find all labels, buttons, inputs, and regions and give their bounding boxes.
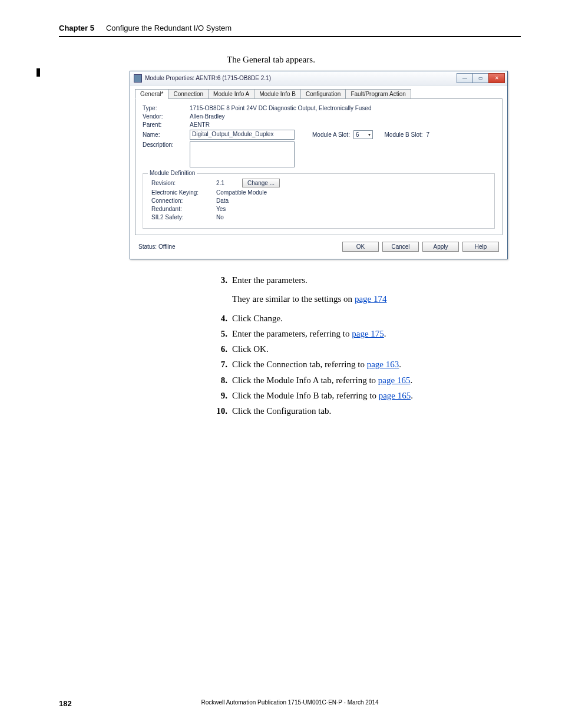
page-number: 182 bbox=[59, 699, 72, 708]
general-pane: Type: 1715-OB8DE 8 Point 24V DC Diagnost… bbox=[135, 98, 503, 235]
close-button[interactable]: ✕ bbox=[488, 73, 505, 83]
sil2-label: SIL2 Safety: bbox=[151, 214, 216, 220]
help-button[interactable]: Help bbox=[462, 242, 499, 252]
description-label: Description: bbox=[143, 141, 190, 148]
redundant-value: Yes bbox=[216, 206, 226, 212]
tab-general[interactable]: General* bbox=[135, 89, 168, 99]
step-10: 10. Click the Configuration tab. bbox=[212, 403, 521, 419]
description-textarea[interactable] bbox=[190, 141, 295, 167]
tab-fault-program-action[interactable]: Fault/Program Action bbox=[345, 89, 411, 99]
revision-value: 2.1 bbox=[216, 180, 224, 186]
module-b-slot-label: Module B Slot: bbox=[385, 131, 423, 138]
step-number: 4. bbox=[212, 311, 227, 326]
apply-button[interactable]: Apply bbox=[422, 242, 459, 252]
dialog-title-text: Module Properties: AENTR:6 (1715-OB8DE 2… bbox=[145, 75, 271, 81]
step-3-subtext: They are similar to the settings on page… bbox=[232, 291, 521, 307]
link-page-174[interactable]: page 174 bbox=[355, 294, 387, 304]
step-number: 3. bbox=[212, 272, 227, 288]
step-number: 7. bbox=[212, 357, 227, 372]
step-8: 8. Click the Module Info A tab, referrin… bbox=[212, 373, 521, 388]
change-button[interactable]: Change ... bbox=[242, 179, 280, 187]
page-header: Chapter 5 Configure the Redundant I/O Sy… bbox=[59, 24, 521, 37]
type-value: 1715-OB8DE 8 Point 24V DC Diagnostic Out… bbox=[190, 105, 372, 111]
dialog-title-bar[interactable]: Module Properties: AENTR:6 (1715-OB8DE 2… bbox=[130, 71, 507, 85]
app-icon bbox=[134, 74, 142, 83]
module-a-slot-select[interactable]: 6 bbox=[353, 130, 373, 139]
connection-label: Connection: bbox=[151, 197, 216, 204]
vendor-label: Vendor: bbox=[143, 113, 190, 120]
window-controls: — ▭ ✕ bbox=[457, 73, 505, 83]
page-footer: 182 Rockwell Automation Publication 1715… bbox=[59, 699, 521, 708]
vendor-value: Allen-Bradley bbox=[190, 113, 224, 120]
step-number: 5. bbox=[212, 326, 227, 341]
module-definition-legend: Module Definition bbox=[148, 170, 197, 176]
publication-info: Rockwell Automation Publication 1715-UM0… bbox=[201, 699, 378, 706]
step-6: 6. Click OK. bbox=[212, 341, 521, 357]
tab-module-info-a[interactable]: Module Info A bbox=[208, 89, 254, 99]
chapter-title: Configure the Redundant I/O System bbox=[106, 24, 232, 32]
cancel-button[interactable]: Cancel bbox=[382, 242, 419, 252]
step-5: 5. Enter the parameters, referring to pa… bbox=[212, 326, 521, 341]
status-label: Status: Offline bbox=[138, 243, 176, 250]
keying-label: Electronic Keying: bbox=[151, 189, 216, 196]
step-number: 10. bbox=[212, 403, 227, 419]
module-definition-group: Module Definition Revision: 2.1 Change .… bbox=[143, 173, 495, 229]
connection-value: Data bbox=[216, 197, 229, 204]
chapter-label: Chapter 5 bbox=[59, 24, 94, 32]
parent-label: Parent: bbox=[143, 121, 190, 128]
type-label: Type: bbox=[143, 105, 190, 111]
redundant-label: Redundant: bbox=[151, 206, 216, 212]
change-bar-marker bbox=[37, 68, 40, 77]
ok-button[interactable]: OK bbox=[342, 242, 379, 252]
name-label: Name: bbox=[143, 131, 190, 138]
figure-caption: The General tab appears. bbox=[227, 55, 521, 65]
link-page-163[interactable]: page 163 bbox=[367, 360, 399, 369]
module-properties-dialog: Module Properties: AENTR:6 (1715-OB8DE 2… bbox=[130, 71, 508, 259]
step-4: 4. Click Change. bbox=[212, 311, 521, 326]
step-9: 9. Click the Module Info B tab, referrin… bbox=[212, 388, 521, 403]
instructions: 3. Enter the parameters. They are simila… bbox=[212, 272, 521, 419]
tab-configuration[interactable]: Configuration bbox=[300, 89, 346, 99]
maximize-button[interactable]: ▭ bbox=[472, 73, 489, 83]
dialog-bottom-row: Status: Offline OK Cancel Apply Help bbox=[130, 236, 507, 259]
step-number: 6. bbox=[212, 341, 227, 357]
minimize-button[interactable]: — bbox=[457, 73, 473, 83]
parent-value: AENTR bbox=[190, 121, 210, 128]
step-7: 7. Click the Connection tab, referring t… bbox=[212, 357, 521, 372]
tab-row: General* Connection Module Info A Module… bbox=[130, 85, 507, 99]
keying-value: Compatible Module bbox=[216, 189, 267, 196]
module-a-slot-label: Module A Slot: bbox=[312, 131, 350, 138]
name-input[interactable]: Digital_Output_Module_Duplex bbox=[190, 130, 295, 140]
revision-label: Revision: bbox=[151, 180, 216, 186]
tab-module-info-b[interactable]: Module Info B bbox=[254, 89, 301, 99]
link-page-165a[interactable]: page 165 bbox=[378, 375, 411, 385]
tab-connection[interactable]: Connection bbox=[168, 89, 209, 99]
step-3: 3. Enter the parameters. bbox=[212, 272, 521, 288]
step-number: 8. bbox=[212, 373, 227, 388]
link-page-165b[interactable]: page 165 bbox=[379, 391, 411, 400]
module-b-slot-value: 7 bbox=[427, 131, 430, 138]
sil2-value: No bbox=[216, 214, 224, 220]
step-number: 9. bbox=[212, 388, 227, 403]
link-page-175[interactable]: page 175 bbox=[352, 329, 384, 338]
